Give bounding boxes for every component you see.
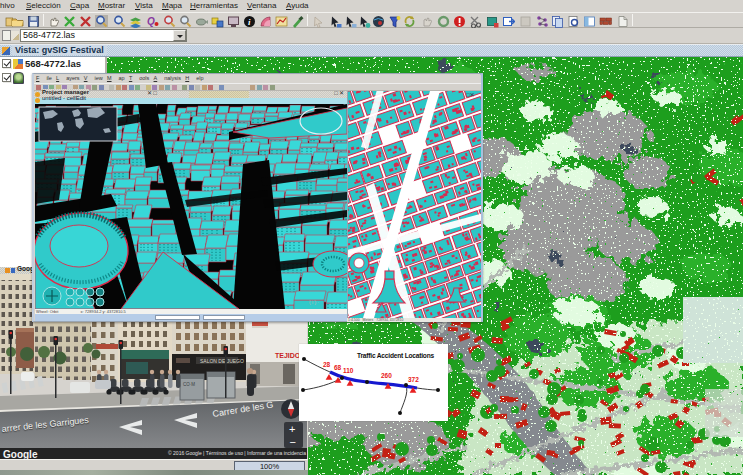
svg-text:−: − xyxy=(290,436,296,448)
svg-text:( i ) ·: ( i ) · xyxy=(309,299,320,305)
svg-text:SALON DE JUEGO: SALON DE JUEGO xyxy=(200,358,244,364)
svg-text:260: 260 xyxy=(381,372,392,379)
svg-text:28: 28 xyxy=(323,361,331,368)
svg-text:+: + xyxy=(289,423,295,435)
svg-text:68: 68 xyxy=(334,364,342,371)
svg-text:Traffic Accident Locations: Traffic Accident Locations xyxy=(357,352,435,359)
svg-text:Q: Q xyxy=(147,16,155,27)
svg-text:© 2016 Google | Términos de us: © 2016 Google | Términos de uso | Inform… xyxy=(168,450,306,456)
svg-text:372: 372 xyxy=(408,376,419,383)
svg-text:110: 110 xyxy=(343,367,354,374)
svg-text:CO·M: CO·M xyxy=(183,382,195,387)
